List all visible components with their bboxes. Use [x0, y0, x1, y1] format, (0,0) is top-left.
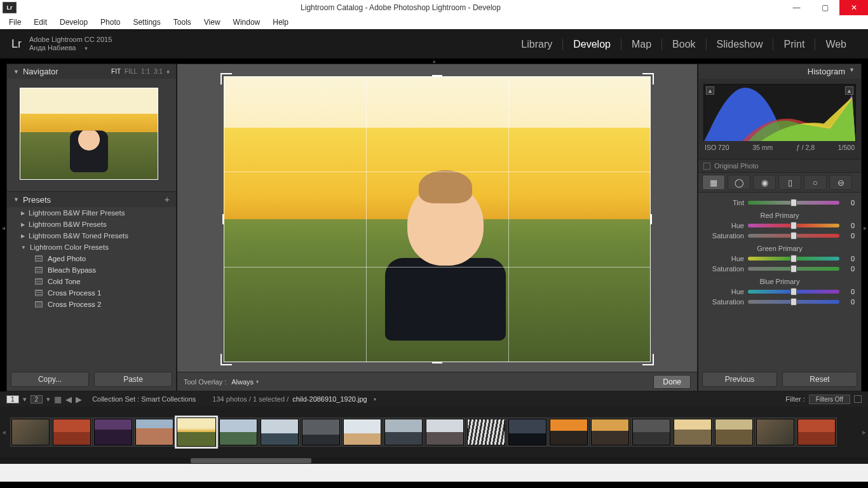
preset-item[interactable]: Cold Tone — [7, 276, 176, 287]
filmstrip-thumb[interactable] — [508, 419, 546, 445]
filmstrip-collapse-right-icon[interactable]: ▸ — [862, 428, 866, 437]
filmstrip-thumb[interactable] — [756, 419, 794, 445]
crop-handle-l[interactable] — [222, 214, 224, 224]
scrollbar-thumb[interactable] — [191, 458, 311, 463]
nav-back-icon[interactable]: ◀ — [65, 395, 72, 404]
module-book[interactable]: Book — [662, 39, 706, 50]
crop-overlay[interactable] — [224, 76, 651, 362]
crop-handle-tr[interactable] — [642, 73, 654, 85]
filmstrip-thumb[interactable] — [715, 419, 753, 445]
original-photo-row[interactable]: Original Photo — [698, 159, 861, 172]
checkbox-icon[interactable] — [703, 163, 710, 170]
module-develop[interactable]: Develop — [563, 39, 621, 50]
filmstrip-thumb[interactable] — [219, 419, 257, 445]
image-canvas[interactable] — [224, 76, 651, 362]
filmstrip-thumb[interactable] — [384, 419, 423, 445]
presets-header[interactable]: ▼ Presets + — [7, 192, 176, 207]
filmstrip-thumb[interactable] — [674, 419, 712, 445]
maximize-button[interactable]: ▢ — [811, 0, 839, 15]
filmstrip-thumb[interactable] — [467, 419, 505, 445]
spot-tool-icon[interactable]: ◯ — [728, 175, 750, 190]
preset-folder[interactable]: ▶Lightroom B&W Presets — [7, 219, 176, 230]
add-preset-icon[interactable]: + — [165, 194, 170, 205]
crop-tool-icon[interactable]: ▦ — [702, 175, 725, 190]
module-web[interactable]: Web — [815, 39, 857, 50]
zoom-stepper-icon[interactable]: ♦ — [166, 68, 170, 75]
zoom-3-1[interactable]: 3:1 — [154, 68, 163, 75]
menu-window[interactable]: Window — [227, 17, 267, 28]
filter-dropdown[interactable]: Filters Off — [809, 395, 850, 404]
radial-tool-icon[interactable]: ○ — [804, 175, 827, 190]
filmstrip-thumb[interactable] — [797, 419, 836, 445]
minimize-button[interactable]: — — [782, 0, 811, 15]
brush-tool-icon[interactable]: ⊖ — [829, 175, 852, 190]
grid-view-icon[interactable]: ▦ — [54, 395, 62, 404]
filmstrip-thumb[interactable] — [135, 419, 173, 445]
preset-folder[interactable]: ▼Lightroom Color Presets — [7, 241, 176, 253]
histogram-graph[interactable]: ▲ ▲ — [703, 84, 856, 141]
filter-lock-icon[interactable] — [854, 395, 862, 403]
preset-item[interactable]: Bleach Bypass — [7, 264, 176, 276]
red-hue-value[interactable]: 0 — [843, 222, 855, 229]
module-print[interactable]: Print — [773, 39, 815, 50]
zoom-1-1[interactable]: 1:1 — [141, 68, 150, 75]
top-panel-grip[interactable] — [0, 58, 868, 64]
preset-item[interactable]: Cross Process 2 — [7, 299, 176, 310]
tint-value[interactable]: 0 — [843, 199, 855, 207]
filmstrip-thumb[interactable] — [53, 419, 91, 445]
filmstrip-thumb[interactable] — [94, 419, 132, 445]
menu-help[interactable]: Help — [266, 17, 295, 28]
blue-hue-slider[interactable] — [748, 290, 839, 294]
blue-hue-value[interactable]: 0 — [843, 288, 855, 295]
tool-overlay-value[interactable]: Always — [231, 378, 254, 386]
menu-file[interactable]: File — [3, 17, 27, 28]
filmstrip-thumb[interactable] — [550, 419, 588, 445]
tint-slider[interactable] — [748, 201, 839, 205]
nav-forward-icon[interactable]: ▶ — [76, 395, 82, 404]
secondary-display-popup-icon[interactable]: ▾ — [46, 395, 50, 403]
filmstrip-thumb[interactable] — [632, 419, 670, 445]
filmstrip-thumb[interactable] — [591, 419, 629, 445]
module-library[interactable]: Library — [511, 39, 563, 50]
green-hue-slider[interactable] — [748, 257, 839, 261]
histogram-header[interactable]: Histogram ▼ — [698, 64, 861, 79]
redeye-tool-icon[interactable]: ◉ — [753, 175, 776, 190]
menu-view[interactable]: View — [198, 17, 227, 28]
right-panel-grip[interactable]: ▸ — [862, 64, 868, 391]
navigator-thumbnail[interactable] — [20, 88, 158, 180]
close-button[interactable]: ✕ — [839, 0, 868, 15]
zoom-fill[interactable]: FILL — [125, 68, 137, 75]
primary-display-button[interactable]: 1 — [6, 395, 19, 403]
menu-settings[interactable]: Settings — [126, 17, 166, 28]
photo-filename[interactable]: child-2086910_1920.jpg — [292, 395, 367, 403]
menu-tools[interactable]: Tools — [167, 17, 198, 28]
zoom-fit[interactable]: FIT — [111, 68, 121, 75]
filmstrip-scrollbar[interactable] — [0, 458, 868, 464]
module-slideshow[interactable]: Slideshow — [707, 39, 774, 50]
previous-button[interactable]: Previous — [702, 372, 777, 387]
filmstrip-thumb[interactable] — [11, 419, 50, 445]
filmstrip-thumb[interactable] — [343, 419, 381, 445]
blue-sat-value[interactable]: 0 — [843, 298, 855, 306]
menu-photo[interactable]: Photo — [94, 17, 126, 28]
crop-handle-br[interactable] — [642, 354, 654, 365]
preset-item[interactable]: Cross Process 1 — [7, 287, 176, 299]
filmstrip-thumb[interactable] — [426, 419, 464, 445]
navigator-header[interactable]: ▼ Navigator FIT FILL 1:1 3:1 ♦ — [7, 64, 176, 79]
filmstrip[interactable]: ◂ ▸ — [0, 407, 868, 458]
green-sat-slider[interactable] — [748, 267, 839, 271]
done-button[interactable]: Done — [653, 375, 691, 389]
crop-handle-b[interactable] — [432, 362, 442, 363]
crop-handle-bl[interactable] — [220, 354, 232, 365]
filmstrip-thumb[interactable] — [261, 419, 299, 445]
paste-button[interactable]: Paste — [94, 372, 172, 387]
secondary-display-button[interactable]: 2 — [31, 395, 43, 403]
crop-handle-r[interactable] — [650, 214, 652, 224]
identity-plate[interactable]: Adobe Lightroom CC 2015 Анда Набиева — [29, 36, 112, 53]
filmstrip-thumb[interactable] — [302, 419, 340, 445]
module-map[interactable]: Map — [621, 39, 662, 50]
red-hue-slider[interactable] — [748, 224, 839, 227]
preset-folder[interactable]: ▶Lightroom B&W Filter Presets — [7, 207, 176, 219]
preset-item[interactable]: Aged Photo — [7, 253, 176, 264]
red-sat-slider[interactable] — [748, 234, 839, 238]
